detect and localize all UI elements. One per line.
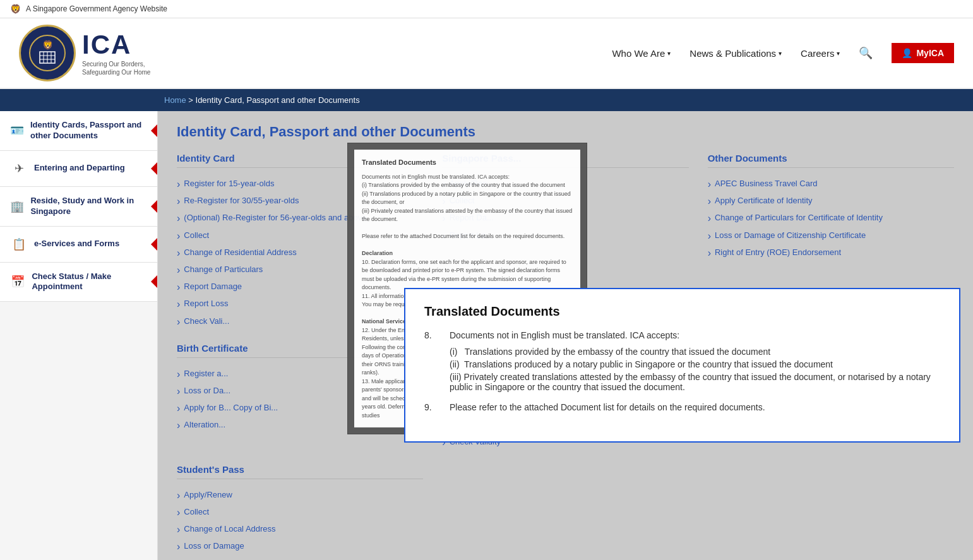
nav-who-we-are-label: Who We Are — [612, 48, 665, 59]
nav-careers-chevron: ▾ — [837, 50, 840, 57]
identity-cards-icon: 🪪 — [10, 122, 24, 140]
nav-news-publications-label: News & Publications — [689, 48, 776, 59]
item-8-content: Documents not in English must be transla… — [450, 330, 940, 393]
check-status-icon: 📅 — [10, 273, 25, 290]
sidebar-entering-label: Entering and Departing — [34, 163, 125, 174]
nav-news-publications[interactable]: News & Publications ▾ — [689, 48, 782, 59]
sub-item-i: (i) Translations provided by the embassy… — [450, 345, 940, 358]
sidebar-item-eservices[interactable]: 📋 e-Services and Forms — [0, 227, 157, 263]
sub-item-iii: (iii) Privately created translations att… — [450, 371, 940, 393]
ica-logo[interactable]: 🦁 — [19, 25, 76, 81]
eservices-icon: 📋 — [10, 235, 28, 253]
sidebar-identity-cards-label: Identity Cards, Passport and other Docum… — [30, 120, 147, 141]
entering-departing-icon: ✈ — [10, 160, 28, 177]
nav-careers-label: Careers — [801, 48, 834, 59]
item-num-8: 8. — [424, 330, 437, 340]
myica-label: MyICA — [916, 48, 944, 58]
main-content: Identity Card, Passport and other Docume… — [158, 111, 973, 560]
sidebar-checkstatus-label: Check Status / Make Appointment — [32, 271, 147, 293]
sidebar-eservices-label: e-Services and Forms — [34, 239, 119, 249]
item-9-intro: Please refer to the attached Document li… — [450, 402, 940, 412]
search-icon[interactable]: 🔍 — [859, 46, 873, 60]
expanded-popup-title: Translated Documents — [424, 304, 940, 319]
sidebar-arrow-entering — [151, 162, 157, 175]
sidebar-reside-label: Reside, Study and Work in Singapore — [30, 196, 147, 217]
sidebar-arrow-eservices — [151, 238, 157, 251]
breadcrumb-bar: Home > Identity Card, Passport and other… — [0, 89, 973, 111]
gov-banner: 🦁 A Singapore Government Agency Website — [0, 0, 973, 18]
sidebar-arrow-checkstatus — [151, 275, 157, 288]
expanded-item-9: 9. Please refer to the attached Document… — [424, 402, 940, 417]
sub-item-ii: (ii) Translations produced by a notary p… — [450, 358, 940, 371]
item-8-sub-list: (i) Translations provided by the embassy… — [450, 345, 940, 393]
sidebar-arrow-reside — [151, 200, 157, 213]
nav-who-we-are-chevron: ▾ — [667, 50, 671, 57]
sidebar-item-entering-departing[interactable]: ✈ Entering and Departing — [0, 151, 157, 187]
item-8-intro: Documents not in English must be transla… — [450, 330, 940, 340]
tooltip-small-title: Translated Documents — [362, 157, 573, 168]
breadcrumb-separator: > — [188, 95, 195, 105]
lion-icon: 🦁 — [10, 4, 21, 14]
logo-text: ICA Securing Our Borders,Safeguarding Ou… — [82, 30, 150, 76]
item-9-content: Please refer to the attached Document li… — [450, 402, 940, 417]
nav-news-chevron: ▾ — [779, 50, 782, 57]
logo-ica-label: ICA — [82, 30, 150, 60]
breadcrumb-current: Identity Card, Passport and other Docume… — [196, 95, 360, 105]
logo-sub-label: Securing Our Borders,Safeguarding Our Ho… — [82, 60, 150, 76]
item-num-9: 9. — [424, 402, 437, 412]
sidebar-item-identity-cards[interactable]: 🪪 Identity Cards, Passport and other Doc… — [0, 111, 157, 151]
nav-who-we-are[interactable]: Who We Are ▾ — [612, 48, 671, 59]
reside-icon: 🏢 — [10, 198, 24, 215]
expanded-tooltip-popup: Translated Documents 8. Documents not in… — [404, 288, 960, 443]
page-layout: 🪪 Identity Cards, Passport and other Doc… — [0, 111, 973, 560]
sidebar: 🪪 Identity Cards, Passport and other Doc… — [0, 111, 158, 560]
myica-user-icon: 👤 — [902, 48, 912, 58]
breadcrumb-home[interactable]: Home — [164, 95, 186, 105]
logo-area: 🦁 ICA Securing Our Borders,Safeguarding … — [19, 25, 150, 81]
sidebar-arrow-identity — [151, 124, 157, 137]
nav-area: Who We Are ▾ News & Publications ▾ Caree… — [612, 43, 954, 63]
sidebar-item-check-status[interactable]: 📅 Check Status / Make Appointment — [0, 263, 157, 302]
svg-text:🦁: 🦁 — [42, 40, 54, 51]
site-header: 🦁 ICA Securing Our Borders,Safeguarding … — [0, 18, 973, 89]
sidebar-item-reside-study[interactable]: 🏢 Reside, Study and Work in Singapore — [0, 187, 157, 227]
myica-button[interactable]: 👤 MyICA — [892, 43, 954, 63]
expanded-item-8: 8. Documents not in English must be tran… — [424, 330, 940, 393]
nav-careers[interactable]: Careers ▾ — [801, 48, 840, 59]
gov-banner-text: A Singapore Government Agency Website — [26, 4, 167, 13]
